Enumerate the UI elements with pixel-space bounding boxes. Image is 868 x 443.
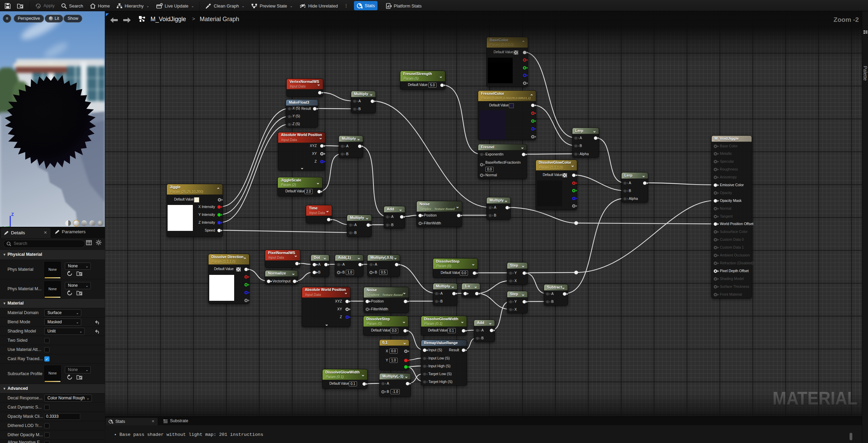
svg-text:Z: Z — [11, 212, 14, 217]
